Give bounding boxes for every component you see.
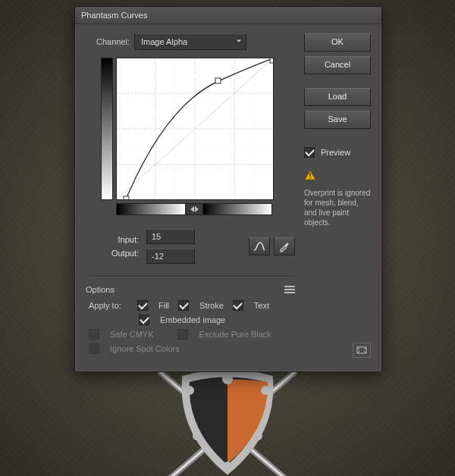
output-field[interactable]: -12 bbox=[146, 249, 195, 264]
ignore-spot-label: Ignore Spot Colors bbox=[110, 344, 180, 353]
output-label: Output: bbox=[111, 249, 139, 258]
gradient-flip-button[interactable] bbox=[186, 203, 202, 215]
svg-rect-31 bbox=[309, 173, 311, 177]
options-header: Options bbox=[86, 285, 115, 294]
ignore-spot-checkbox[interactable] bbox=[89, 343, 99, 354]
input-field[interactable]: 15 bbox=[146, 229, 195, 244]
phantasm-curves-dialog: Phantasm Curves Channel: Image Alpha bbox=[74, 6, 382, 372]
safe-cmyk-checkbox[interactable] bbox=[89, 329, 99, 340]
channel-label: Channel: bbox=[86, 37, 130, 46]
dialog-titlebar[interactable]: Phantasm Curves bbox=[75, 7, 381, 24]
expand-button[interactable] bbox=[353, 343, 371, 358]
h-gradient-right bbox=[202, 203, 272, 215]
text-label: Text bbox=[254, 301, 269, 310]
embedded-label: Embedded image bbox=[160, 315, 225, 324]
preview-label: Preview bbox=[321, 148, 350, 157]
exclude-black-checkbox[interactable] bbox=[177, 329, 188, 340]
svg-rect-25 bbox=[124, 196, 129, 199]
svg-rect-29 bbox=[284, 289, 295, 290]
load-button[interactable]: Load bbox=[304, 88, 371, 106]
warning-icon bbox=[304, 170, 316, 180]
dropdown-caret-icon bbox=[235, 37, 243, 45]
stroke-checkbox[interactable] bbox=[178, 300, 189, 311]
fill-checkbox[interactable] bbox=[137, 300, 148, 311]
ok-button[interactable]: OK bbox=[304, 33, 371, 52]
curve-tool-button[interactable] bbox=[249, 237, 270, 255]
divider bbox=[86, 276, 295, 277]
svg-rect-27 bbox=[270, 58, 273, 63]
curves-graph[interactable] bbox=[116, 58, 274, 200]
dialog-title: Phantasm Curves bbox=[81, 11, 147, 20]
safe-cmyk-label: Safe CMYK bbox=[110, 330, 153, 339]
cancel-button[interactable]: Cancel bbox=[304, 56, 371, 74]
overprint-note: Overprint is ignored for mesh, blend, an… bbox=[304, 188, 371, 227]
channel-value: Image Alpha bbox=[141, 37, 187, 46]
svg-rect-28 bbox=[284, 286, 295, 287]
embedded-checkbox[interactable] bbox=[139, 315, 149, 325]
svg-rect-30 bbox=[284, 292, 295, 293]
apply-to-label: Apply to: bbox=[89, 301, 128, 310]
options-menu-icon[interactable] bbox=[284, 286, 295, 293]
input-label: Input: bbox=[118, 235, 139, 244]
channel-select[interactable]: Image Alpha bbox=[134, 33, 246, 50]
h-gradient-left bbox=[116, 203, 186, 215]
svg-rect-26 bbox=[215, 78, 221, 83]
vertical-gradient-strip bbox=[101, 58, 113, 200]
horizontal-gradient-row bbox=[116, 203, 272, 215]
text-checkbox[interactable] bbox=[233, 300, 243, 311]
eyedropper-button[interactable] bbox=[274, 237, 295, 255]
save-button[interactable]: Save bbox=[304, 111, 371, 129]
exclude-black-label: Exclude Pure Black bbox=[199, 330, 271, 339]
svg-rect-32 bbox=[309, 177, 311, 179]
preview-checkbox[interactable] bbox=[304, 147, 315, 158]
stroke-label: Stroke bbox=[199, 301, 224, 310]
fill-label: Fill bbox=[158, 301, 169, 310]
